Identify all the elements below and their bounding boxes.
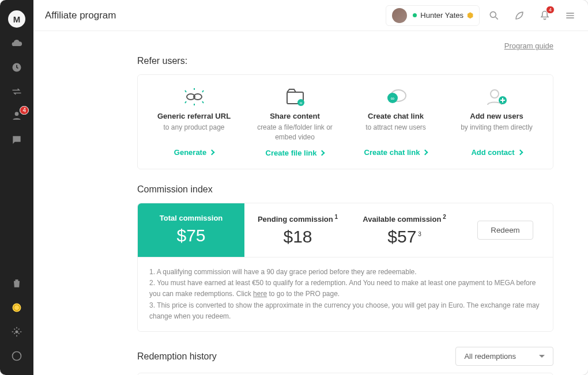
svg-text:∞: ∞: [299, 101, 302, 105]
folder-icon: ∞: [285, 88, 306, 106]
svg-point-6: [490, 12, 496, 17]
sidebar-help[interactable]: [0, 344, 33, 368]
arrows-lr-icon: [11, 86, 22, 97]
search-button[interactable]: [483, 5, 505, 26]
cloud-icon: [11, 37, 22, 49]
shield-icon: ⬢: [467, 11, 473, 20]
chevron-right-icon: [209, 150, 215, 156]
trash-icon: [11, 278, 22, 289]
contacts-badge: 4: [20, 106, 29, 115]
sidebar-affiliate[interactable]: [0, 296, 33, 320]
user-name: Hunter Yates: [420, 11, 463, 20]
topbar: Affiliate program Hunter Yates ⬢ 4: [33, 0, 588, 31]
chevron-right-icon: [423, 150, 428, 156]
gear-icon: [11, 326, 22, 338]
refer-card: Generic referral URL to any product page…: [137, 74, 553, 169]
program-guide-link[interactable]: Program guide: [504, 41, 553, 50]
hamburger-icon: [564, 10, 576, 21]
svg-point-15: [491, 90, 499, 98]
refer-title-3: Add new users: [452, 112, 541, 120]
chevron-down-icon: [539, 355, 545, 358]
notifications-button[interactable]: 4: [534, 5, 556, 26]
commission-card: Total commission $75 Pending commission …: [137, 203, 553, 332]
add-contact-button[interactable]: Add contact: [471, 148, 522, 157]
refer-heading: Refer users:: [137, 56, 553, 66]
refer-sub-1: create a file/folder link or embed video: [250, 123, 340, 143]
redeem-button[interactable]: Redeem: [477, 221, 533, 240]
history-filter-select[interactable]: All redemptions: [455, 347, 553, 366]
refer-sub-2: to attract new users: [351, 123, 440, 142]
commission-heading: Commission index: [137, 184, 553, 195]
sidebar-cloud[interactable]: [0, 31, 33, 55]
chat-icon: [11, 134, 22, 146]
sidebar-contacts[interactable]: 4: [0, 104, 33, 128]
commission-notes: 1. A qualifying commission will have a 9…: [138, 257, 553, 331]
sidebar-settings[interactable]: [0, 320, 33, 344]
refer-title-1: Share content: [250, 112, 340, 120]
page-title: Affiliate program: [45, 10, 116, 21]
svg-point-5: [13, 352, 21, 361]
refer-sub-3: by inviting them directly: [452, 123, 541, 142]
total-commission-tile: Total commission $75: [138, 203, 244, 257]
chevron-right-icon: [517, 150, 523, 156]
coin-icon: [11, 302, 22, 313]
chat-bubble-icon: ∞: [385, 88, 408, 106]
menu-button[interactable]: [559, 5, 581, 26]
pro-page-link[interactable]: here: [253, 290, 267, 298]
status-dot-icon: [413, 13, 417, 17]
svg-point-4: [16, 331, 18, 334]
sidebar-transfer[interactable]: [0, 79, 33, 104]
sidebar-trash[interactable]: [0, 271, 33, 296]
user-menu[interactable]: Hunter Yates ⬢: [386, 5, 480, 26]
svg-point-1: [15, 112, 19, 116]
search-icon: [488, 10, 500, 21]
rocket-icon: [514, 10, 525, 21]
svg-text:∞: ∞: [390, 96, 394, 101]
clock-icon: [11, 62, 22, 73]
refer-title-2: Create chat link: [351, 112, 440, 120]
link-icon: [183, 88, 206, 106]
chevron-right-icon: [319, 150, 325, 156]
rocket-button[interactable]: [508, 5, 530, 26]
generate-button[interactable]: Generate: [174, 148, 214, 157]
sidebar-logo[interactable]: M: [0, 7, 33, 31]
avatar: [392, 8, 407, 23]
sidebar-clock[interactable]: [0, 55, 33, 79]
refer-title-0: Generic referral URL: [149, 112, 239, 120]
history-heading: Redemption history: [137, 351, 217, 362]
pending-commission-tile: Pending commission 1 $18: [244, 203, 351, 257]
app-sidebar: M 4: [0, 0, 33, 375]
notif-badge: 4: [546, 6, 555, 14]
refer-sub-0: to any product page: [149, 123, 239, 142]
sidebar-chat[interactable]: [0, 128, 33, 152]
create-file-link-button[interactable]: Create file link: [266, 149, 325, 157]
add-user-icon: [485, 88, 508, 106]
circle-icon: [11, 350, 22, 362]
create-chat-link-button[interactable]: Create chat link: [364, 148, 428, 157]
available-commission-tile: Available commission 2 $57 3: [351, 203, 458, 257]
